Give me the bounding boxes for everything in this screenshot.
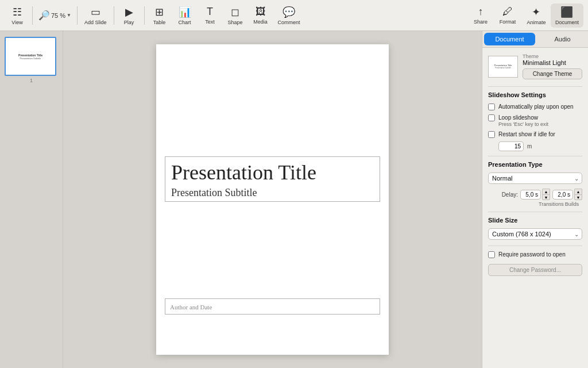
play-button[interactable]: ▶ Play: [117, 3, 142, 28]
main-area: Presentation Title Presentation Subtitle…: [0, 31, 588, 368]
presentation-type-select[interactable]: Normal: [488, 172, 582, 184]
thumb-subtitle: Presentation Subtitle: [20, 57, 41, 60]
builds-stepper-down[interactable]: ▼: [574, 194, 582, 200]
play-icon: ▶: [125, 6, 133, 18]
share-icon: ↑: [478, 6, 483, 18]
loop-sublabel: Press 'Esc' key to exit: [498, 121, 548, 127]
share-label: Share: [474, 19, 488, 25]
builds-delay-input[interactable]: [552, 190, 573, 200]
delay-sub-labels: Transitions Builds: [488, 201, 582, 207]
transitions-stepper-down[interactable]: ▼: [542, 194, 550, 200]
add-slide-label: Add Slide: [84, 20, 107, 25]
separator: [144, 6, 145, 25]
media-label: Media: [253, 19, 268, 25]
idle-unit: m: [527, 143, 532, 150]
slide-panel: Presentation Title Presentation Subtitle…: [0, 31, 63, 368]
shape-button[interactable]: ◻ Shape: [223, 3, 248, 28]
change-theme-button[interactable]: Change Theme: [523, 68, 582, 79]
chart-label: Chart: [179, 20, 191, 25]
shape-icon: ◻: [231, 6, 239, 18]
comment-button[interactable]: 💬 Comment: [273, 3, 305, 28]
divider: [488, 86, 582, 87]
document-button[interactable]: ⬛ Document: [551, 3, 583, 28]
slide-author[interactable]: Author and Date: [170, 304, 212, 310]
slide-size-select[interactable]: Custom (768 x 1024): [488, 228, 582, 240]
change-password-button[interactable]: Change Password...: [488, 264, 582, 276]
auto-play-label: Automatically play upon open: [498, 103, 574, 110]
chart-icon: 📊: [179, 6, 191, 18]
document-label: Document: [555, 20, 579, 25]
play-label: Play: [124, 20, 134, 25]
table-button[interactable]: ⊞ Table: [147, 3, 172, 28]
slide-canvas[interactable]: Presentation Title Presentation Subtitle…: [156, 44, 389, 355]
auto-play-checkbox[interactable]: [488, 103, 495, 110]
zoom-button[interactable]: 🔎 75 % ▼: [35, 7, 75, 23]
slideshow-settings-title: Slideshow Settings: [488, 91, 582, 98]
theme-info: Theme Minimalist Light Change Theme: [523, 53, 582, 79]
chart-button[interactable]: 📊 Chart: [172, 3, 198, 28]
add-slide-icon: ▭: [91, 6, 100, 18]
theme-preview-sub: Presentation Subtitle: [495, 67, 511, 69]
zoom-value: 75 %: [51, 12, 65, 19]
divider4: [488, 246, 582, 246]
view-label: View: [11, 20, 22, 25]
transitions-stepper-up[interactable]: ▲: [542, 189, 550, 194]
chevron-down-icon: ▼: [67, 13, 71, 18]
auto-play-row: Automatically play upon open: [488, 103, 582, 110]
zoom-icon: 🔎: [38, 10, 50, 21]
separator: [77, 6, 78, 25]
presentation-type-title: Presentation Type: [488, 161, 582, 168]
restart-label: Restart show if idle for: [498, 131, 555, 138]
tab-audio[interactable]: Audio: [537, 31, 588, 47]
format-button[interactable]: 🖊 Format: [493, 3, 522, 27]
transitions-stepper[interactable]: ▲ ▼: [542, 189, 550, 200]
builds-stepper-up[interactable]: ▲: [574, 189, 582, 194]
document-icon: ⬛: [560, 6, 573, 18]
animate-button[interactable]: ✦ Animate: [522, 3, 551, 28]
loop-label: Loop slideshow: [498, 114, 548, 121]
text-icon: T: [207, 6, 213, 18]
panel-content: Presentation Title Presentation Subtitle…: [482, 48, 588, 368]
restart-row: Restart show if idle for: [488, 131, 582, 138]
format-label: Format: [500, 19, 516, 25]
transitions-sub-label: Transitions: [539, 201, 559, 207]
toolbar: ☷ View 🔎 75 % ▼ ▭ Add Slide ▶ Play ⊞ Tab…: [0, 0, 588, 31]
slide-title-box[interactable]: Presentation Title Presentation Subtitle: [165, 156, 380, 202]
tab-document[interactable]: Document: [484, 33, 535, 45]
password-row: Require password to open: [488, 251, 582, 258]
slide-author-box[interactable]: Author and Date: [165, 298, 380, 315]
slide-number: 1: [5, 78, 58, 83]
media-button[interactable]: 🖼 Media: [248, 3, 273, 27]
theme-preview: Presentation Title Presentation Subtitle: [488, 56, 518, 78]
builds-sub-label: Builds: [562, 201, 582, 207]
table-label: Table: [153, 20, 166, 25]
slide-thumb-preview: Presentation Title Presentation Subtitle: [5, 37, 56, 76]
idle-input[interactable]: [498, 141, 524, 151]
transitions-delay-input[interactable]: [520, 190, 541, 200]
format-icon: 🖊: [502, 6, 513, 18]
text-button[interactable]: T Text: [198, 3, 223, 27]
share-button[interactable]: ↑ Share: [468, 3, 493, 27]
slide-size-select-row: Custom (768 x 1024) ⌄: [488, 228, 582, 240]
delay-row: Delay: ▲ ▼ ▲ ▼: [488, 189, 582, 200]
builds-stepper[interactable]: ▲ ▼: [574, 189, 582, 200]
require-password-checkbox[interactable]: [488, 251, 495, 258]
text-label: Text: [205, 19, 215, 25]
view-button[interactable]: ☷ View: [5, 3, 30, 28]
add-slide-button[interactable]: ▭ Add Slide: [80, 3, 111, 28]
right-panel: Document Audio Presentation Title Presen…: [482, 31, 588, 368]
animate-icon: ✦: [532, 6, 540, 18]
restart-checkbox[interactable]: [488, 131, 495, 138]
slide-thumbnail-1[interactable]: Presentation Title Presentation Subtitle…: [5, 37, 58, 83]
slide-title[interactable]: Presentation Title: [171, 162, 374, 185]
loop-checkbox[interactable]: [488, 114, 495, 121]
divider3: [488, 212, 582, 212]
shape-label: Shape: [228, 20, 243, 25]
slide-subtitle[interactable]: Presentation Subtitle: [171, 187, 374, 199]
comment-icon: 💬: [283, 6, 295, 18]
loop-row: Loop slideshow Press 'Esc' key to exit: [488, 114, 582, 127]
slide-size-title: Slide Size: [488, 217, 582, 224]
panel-tabs: Document Audio: [482, 31, 588, 48]
table-icon: ⊞: [155, 6, 164, 18]
animate-label: Animate: [527, 20, 546, 25]
